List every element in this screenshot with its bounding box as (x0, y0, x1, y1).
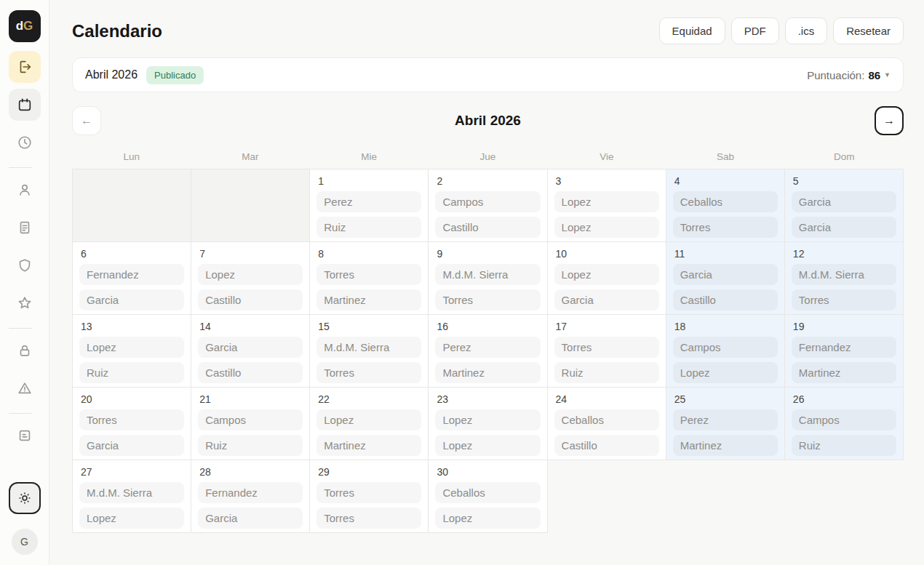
shift-pill[interactable]: Campos (435, 191, 540, 212)
shift-pill[interactable]: Garcia (792, 191, 896, 212)
shift-pill[interactable]: Torres (673, 217, 778, 238)
day-number: 28 (199, 466, 303, 478)
shift-pill[interactable]: Garcia (79, 289, 184, 310)
shift-pill[interactable]: Torres (554, 337, 659, 358)
shift-pill[interactable]: Castillo (198, 362, 303, 383)
ics-button[interactable]: .ics (785, 17, 828, 44)
resetear-button[interactable]: Resetear (833, 17, 904, 44)
shift-pill[interactable]: M.d.M. Sierra (792, 264, 896, 285)
shift-pill[interactable]: Torres (79, 409, 184, 430)
shift-pill[interactable]: Torres (316, 362, 421, 383)
next-month-button[interactable]: → (875, 106, 904, 135)
day-number: 7 (199, 248, 303, 260)
shift-pill[interactable]: Campos (198, 409, 303, 430)
sidebar-item-logout[interactable] (9, 51, 41, 83)
sidebar-item-notes[interactable] (9, 420, 41, 452)
equidad-button[interactable]: Equidad (659, 17, 725, 44)
shift-pill[interactable]: Castillo (554, 435, 659, 456)
shift-pill[interactable]: Martinez (316, 435, 421, 456)
sidebar-item-document[interactable] (9, 212, 41, 244)
shift-pill[interactable]: M.d.M. Sierra (435, 264, 540, 285)
weekday-header: Vie (547, 151, 666, 162)
shift-pill[interactable]: M.d.M. Sierra (79, 482, 184, 503)
shift-pill[interactable]: Campos (792, 409, 896, 430)
shift-pill[interactable]: Torres (792, 289, 896, 310)
logo-text: d (16, 19, 23, 33)
sidebar-item-calendar[interactable] (9, 89, 41, 121)
shift-pill[interactable]: Perez (316, 191, 421, 212)
shift-pill[interactable]: Garcia (673, 264, 778, 285)
day-number: 21 (199, 393, 303, 405)
pdf-button[interactable]: PDF (731, 17, 779, 44)
shift-pill[interactable]: Torres (316, 264, 421, 285)
shift-pill[interactable]: Garcia (79, 435, 184, 456)
sidebar-item-lock[interactable] (9, 334, 41, 366)
day-number: 26 (793, 393, 896, 405)
shift-pill[interactable]: Lopez (435, 409, 540, 430)
shift-pill[interactable]: Lopez (554, 191, 659, 212)
shift-pill[interactable]: Martinez (792, 362, 896, 383)
shift-pill[interactable]: Torres (316, 482, 421, 503)
shift-pill[interactable]: Fernandez (198, 482, 303, 503)
status-left: Abril 2026 Publicado (85, 66, 204, 84)
shift-pill[interactable]: Lopez (435, 435, 540, 456)
shift-pill[interactable]: Torres (316, 508, 421, 529)
shift-pill[interactable]: Ruiz (198, 435, 303, 456)
shift-pill[interactable]: Castillo (673, 289, 778, 310)
app-logo[interactable]: dG (9, 10, 41, 42)
shift-pill[interactable]: Garcia (198, 337, 303, 358)
shift-pill[interactable]: Garcia (198, 508, 303, 529)
shift-pill[interactable]: Ceballos (673, 191, 778, 212)
day-number: 18 (674, 321, 778, 332)
day-cell: 26CamposRuiz (785, 388, 904, 460)
sidebar-item-clock[interactable] (9, 127, 41, 159)
shift-pill[interactable]: Perez (435, 337, 540, 358)
shift-pill[interactable]: Garcia (792, 217, 896, 238)
shift-pill[interactable]: Lopez (79, 508, 184, 529)
sidebar-item-star[interactable] (9, 287, 41, 319)
shift-pill[interactable]: Ruiz (792, 435, 896, 456)
sidebar-item-warning[interactable] (9, 372, 41, 404)
day-number: 17 (556, 321, 659, 332)
shift-pill[interactable]: Garcia (554, 289, 659, 310)
shift-pill[interactable]: Fernandez (792, 337, 896, 358)
day-cell: 10LopezGarcia (548, 242, 666, 315)
shift-pill[interactable]: Martinez (673, 435, 778, 456)
shift-pill[interactable]: Lopez (554, 217, 659, 238)
shift-pill[interactable]: Castillo (198, 289, 303, 310)
day-number: 15 (318, 321, 421, 332)
shift-pill[interactable]: Ruiz (316, 217, 421, 238)
shift-pill[interactable]: Castillo (435, 217, 540, 238)
weekday-header: Mar (191, 151, 309, 162)
shift-pill[interactable]: Martinez (316, 289, 421, 310)
day-cell: 2CamposCastillo (429, 169, 547, 242)
day-number: 10 (556, 248, 659, 260)
prev-month-button[interactable]: ← (72, 106, 101, 135)
shift-pill[interactable]: Lopez (673, 362, 778, 383)
shift-pill[interactable]: Lopez (554, 264, 659, 285)
avatar[interactable]: G (12, 529, 38, 555)
weekday-header: Mie (310, 151, 429, 162)
theme-toggle-button[interactable] (9, 482, 41, 514)
shift-pill[interactable]: Campos (673, 337, 778, 358)
shift-pill[interactable]: Perez (673, 409, 778, 430)
day-number: 29 (318, 466, 421, 478)
shift-pill[interactable]: Ceballos (554, 409, 659, 430)
shift-pill[interactable]: Lopez (435, 508, 540, 529)
shift-pill[interactable]: M.d.M. Sierra (316, 337, 421, 358)
shift-pill[interactable]: Torres (435, 289, 540, 310)
shift-pill[interactable]: Ruiz (554, 362, 659, 383)
day-cell: 11GarciaCastillo (666, 242, 785, 315)
shift-pill[interactable]: Lopez (316, 409, 421, 430)
score-dropdown[interactable]: Puntuación: 86 ▼ (807, 69, 891, 81)
day-cell: 17TorresRuiz (548, 315, 666, 388)
sidebar-item-shield[interactable] (9, 249, 41, 281)
sidebar-item-person[interactable] (9, 174, 41, 206)
shift-pill[interactable]: Ceballos (435, 482, 540, 503)
day-cell: 6FernandezGarcia (73, 242, 191, 315)
shift-pill[interactable]: Martinez (435, 362, 540, 383)
shift-pill[interactable]: Lopez (198, 264, 303, 285)
shift-pill[interactable]: Lopez (79, 337, 184, 358)
shift-pill[interactable]: Ruiz (79, 362, 184, 383)
shift-pill[interactable]: Fernandez (79, 264, 184, 285)
